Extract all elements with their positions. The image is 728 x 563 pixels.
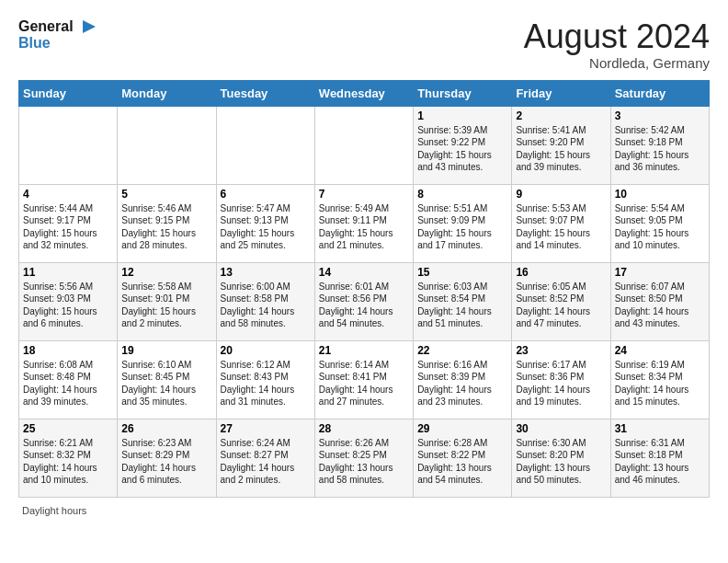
day-cell: 17Sunrise: 6:07 AM Sunset: 8:50 PM Dayli… [610,262,709,340]
day-number: 9 [516,188,606,201]
logo-arrow-icon [75,18,96,35]
day-number: 5 [121,188,211,201]
day-number: 14 [319,266,409,279]
day-number: 8 [417,188,507,201]
calendar-table: SundayMondayTuesdayWednesdayThursdayFrid… [18,80,710,498]
day-cell: 20Sunrise: 6:12 AM Sunset: 8:43 PM Dayli… [216,340,314,419]
day-info: Sunrise: 6:00 AM Sunset: 8:58 PM Dayligh… [221,281,311,330]
day-number: 2 [516,109,606,122]
day-cell: 1Sunrise: 5:39 AM Sunset: 9:22 PM Daylig… [414,106,512,184]
day-number: 6 [221,188,311,201]
day-info: Sunrise: 6:31 AM Sunset: 8:18 PM Dayligh… [615,437,705,487]
day-number: 7 [319,188,409,201]
day-info: Sunrise: 5:46 AM Sunset: 9:15 PM Dayligh… [121,202,211,252]
day-info: Sunrise: 5:56 AM Sunset: 9:03 PM Dayligh… [23,281,113,330]
week-row-4: 18Sunrise: 6:08 AM Sunset: 8:48 PM Dayli… [19,340,710,419]
day-info: Sunrise: 6:08 AM Sunset: 8:48 PM Dayligh… [23,359,113,408]
day-cell: 6Sunrise: 5:47 AM Sunset: 9:13 PM Daylig… [216,184,314,262]
column-header-saturday: Saturday [610,80,709,106]
day-info: Sunrise: 6:14 AM Sunset: 8:41 PM Dayligh… [319,359,409,408]
day-cell: 23Sunrise: 6:17 AM Sunset: 8:36 PM Dayli… [512,340,610,419]
day-number: 26 [121,422,211,435]
day-cell [118,106,216,184]
day-cell: 11Sunrise: 5:56 AM Sunset: 9:03 PM Dayli… [19,262,118,340]
day-number: 31 [615,422,705,435]
day-info: Sunrise: 5:42 AM Sunset: 9:18 PM Dayligh… [615,124,705,174]
day-info: Sunrise: 6:05 AM Sunset: 8:52 PM Dayligh… [516,281,606,330]
day-info: Sunrise: 5:58 AM Sunset: 9:01 PM Dayligh… [121,281,211,330]
day-cell [216,106,314,184]
day-info: Sunrise: 6:10 AM Sunset: 8:45 PM Dayligh… [121,359,211,408]
day-info: Sunrise: 6:01 AM Sunset: 8:56 PM Dayligh… [319,281,409,330]
day-number: 25 [23,422,113,435]
location: Nordleda, Germany [524,55,710,71]
day-cell [19,106,118,184]
header-row: SundayMondayTuesdayWednesdayThursdayFrid… [19,80,710,106]
day-number: 24 [615,344,705,357]
svg-marker-0 [83,20,96,33]
title-area: August 2024 Nordleda, Germany [524,18,710,71]
column-header-sunday: Sunday [19,80,118,106]
day-number: 11 [23,266,113,279]
day-number: 30 [516,422,606,435]
day-info: Sunrise: 6:23 AM Sunset: 8:29 PM Dayligh… [121,437,211,487]
page: General Blue August 2024 Nordleda, Germa… [0,0,728,525]
day-number: 23 [516,344,606,357]
week-row-2: 4Sunrise: 5:44 AM Sunset: 9:17 PM Daylig… [19,184,710,262]
day-number: 28 [319,422,409,435]
day-number: 27 [221,422,311,435]
day-cell: 29Sunrise: 6:28 AM Sunset: 8:22 PM Dayli… [414,419,512,497]
day-cell: 4Sunrise: 5:44 AM Sunset: 9:17 PM Daylig… [19,184,118,262]
day-info: Sunrise: 5:51 AM Sunset: 9:09 PM Dayligh… [417,202,507,252]
day-cell: 24Sunrise: 6:19 AM Sunset: 8:34 PM Dayli… [610,340,709,419]
column-header-tuesday: Tuesday [216,80,314,106]
day-cell: 3Sunrise: 5:42 AM Sunset: 9:18 PM Daylig… [610,106,709,184]
day-info: Sunrise: 6:24 AM Sunset: 8:27 PM Dayligh… [221,437,311,487]
day-cell: 16Sunrise: 6:05 AM Sunset: 8:52 PM Dayli… [512,262,610,340]
day-number: 15 [417,266,507,279]
day-info: Sunrise: 5:47 AM Sunset: 9:13 PM Dayligh… [221,202,311,252]
day-info: Sunrise: 6:12 AM Sunset: 8:43 PM Dayligh… [221,359,311,408]
day-info: Sunrise: 6:30 AM Sunset: 8:20 PM Dayligh… [516,437,606,487]
day-info: Sunrise: 5:39 AM Sunset: 9:22 PM Dayligh… [417,124,507,174]
day-info: Sunrise: 5:54 AM Sunset: 9:05 PM Dayligh… [615,202,705,252]
day-cell [314,106,413,184]
day-cell: 8Sunrise: 5:51 AM Sunset: 9:09 PM Daylig… [414,184,512,262]
day-cell: 15Sunrise: 6:03 AM Sunset: 8:54 PM Dayli… [414,262,512,340]
day-cell: 30Sunrise: 6:30 AM Sunset: 8:20 PM Dayli… [512,419,610,497]
day-cell: 2Sunrise: 5:41 AM Sunset: 9:20 PM Daylig… [512,106,610,184]
day-info: Sunrise: 6:19 AM Sunset: 8:34 PM Dayligh… [615,359,705,408]
daylight-hours-label: Daylight hours [22,505,86,516]
week-row-3: 11Sunrise: 5:56 AM Sunset: 9:03 PM Dayli… [19,262,710,340]
day-info: Sunrise: 5:44 AM Sunset: 9:17 PM Dayligh… [23,202,113,252]
day-cell: 27Sunrise: 6:24 AM Sunset: 8:27 PM Dayli… [216,419,314,497]
day-cell: 26Sunrise: 6:23 AM Sunset: 8:29 PM Dayli… [118,419,216,497]
day-cell: 18Sunrise: 6:08 AM Sunset: 8:48 PM Dayli… [19,340,118,419]
day-cell: 13Sunrise: 6:00 AM Sunset: 8:58 PM Dayli… [216,262,314,340]
footer: Daylight hours [18,505,710,516]
day-info: Sunrise: 6:03 AM Sunset: 8:54 PM Dayligh… [417,281,507,330]
day-number: 19 [121,344,211,357]
day-cell: 28Sunrise: 6:26 AM Sunset: 8:25 PM Dayli… [314,419,413,497]
column-header-wednesday: Wednesday [314,80,413,106]
logo-blue: Blue [18,35,51,52]
day-cell: 22Sunrise: 6:16 AM Sunset: 8:39 PM Dayli… [414,340,512,419]
day-cell: 21Sunrise: 6:14 AM Sunset: 8:41 PM Dayli… [314,340,413,419]
day-cell: 19Sunrise: 6:10 AM Sunset: 8:45 PM Dayli… [118,340,216,419]
day-number: 12 [121,266,211,279]
day-number: 1 [417,109,507,122]
month-title: August 2024 [524,18,710,55]
week-row-5: 25Sunrise: 6:21 AM Sunset: 8:32 PM Dayli… [19,419,710,497]
day-info: Sunrise: 5:49 AM Sunset: 9:11 PM Dayligh… [319,202,409,252]
day-info: Sunrise: 6:07 AM Sunset: 8:50 PM Dayligh… [615,281,705,330]
day-info: Sunrise: 6:17 AM Sunset: 8:36 PM Dayligh… [516,359,606,408]
day-number: 29 [417,422,507,435]
day-number: 3 [615,109,705,122]
week-row-1: 1Sunrise: 5:39 AM Sunset: 9:22 PM Daylig… [19,106,710,184]
day-number: 4 [23,188,113,201]
logo-general: General [18,18,74,35]
day-info: Sunrise: 5:41 AM Sunset: 9:20 PM Dayligh… [516,124,606,174]
header: General Blue August 2024 Nordleda, Germa… [18,18,710,71]
day-number: 16 [516,266,606,279]
day-cell: 9Sunrise: 5:53 AM Sunset: 9:07 PM Daylig… [512,184,610,262]
